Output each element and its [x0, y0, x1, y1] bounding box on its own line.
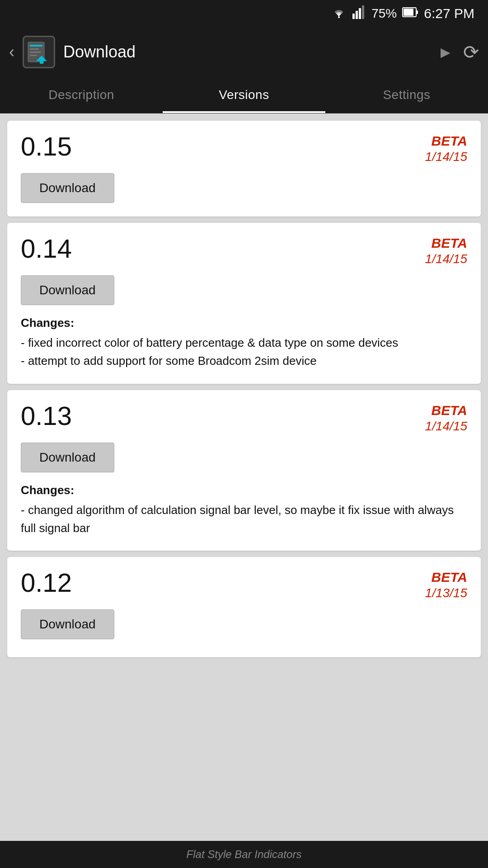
footer: Flat Style Bar Indicators	[0, 841, 488, 868]
svg-rect-6	[416, 10, 418, 14]
version-card-012: 0.12 BETA 1/13/15 Download	[7, 557, 481, 657]
status-icons: 75% 6:27 PM	[331, 5, 474, 22]
version-number-015: 0.15	[21, 133, 72, 160]
changes-text-014: - fixed incorrect color of battery perce…	[21, 334, 467, 370]
back-button[interactable]: ‹	[9, 42, 14, 61]
app-icon	[23, 36, 55, 68]
card-header-014: 0.14 BETA 1/14/15	[21, 236, 467, 266]
signal-icon	[352, 5, 366, 22]
svg-rect-2	[356, 11, 358, 19]
battery-percentage: 75%	[371, 6, 397, 21]
changes-title-014: Changes:	[21, 316, 467, 330]
beta-badge-015: BETA	[425, 133, 467, 149]
version-card-014: 0.14 BETA 1/14/15 Download Changes: - fi…	[7, 223, 481, 384]
changes-text-013: - changed algorithm of calculation signa…	[21, 501, 467, 538]
version-meta-013: BETA 1/14/15	[425, 403, 467, 434]
svg-rect-1	[352, 14, 355, 19]
refresh-button[interactable]: ⟳	[463, 41, 479, 63]
footer-text: Flat Style Bar Indicators	[187, 848, 302, 861]
tab-settings[interactable]: Settings	[325, 77, 488, 113]
tabs-bar: Description Versions Settings	[0, 77, 488, 113]
version-number-014: 0.14	[21, 236, 72, 262]
svg-rect-12	[30, 52, 41, 53]
version-meta-015: BETA 1/14/15	[425, 133, 467, 164]
svg-rect-10	[30, 45, 42, 47]
card-header-015: 0.15 BETA 1/14/15	[21, 133, 467, 164]
changes-section-013: Changes: - changed algorithm of calculat…	[21, 483, 467, 538]
time-display: 6:27 PM	[424, 6, 474, 21]
battery-icon	[402, 6, 418, 21]
svg-rect-13	[30, 55, 37, 56]
version-meta-014: BETA 1/14/15	[425, 236, 467, 266]
versions-content: 0.15 BETA 1/14/15 Download 0.14 BETA 1/1…	[0, 113, 488, 841]
version-date-013: 1/14/15	[425, 419, 467, 434]
svg-rect-4	[362, 5, 364, 19]
version-date-014: 1/14/15	[425, 252, 467, 266]
changes-section-014: Changes: - fixed incorrect color of batt…	[21, 316, 467, 370]
version-card-013: 0.13 BETA 1/14/15 Download Changes: - ch…	[7, 390, 481, 551]
version-number-012: 0.12	[21, 570, 72, 596]
version-card-015: 0.15 BETA 1/14/15 Download	[7, 121, 481, 217]
app-bar: ‹ Download ▶ ⟳	[0, 27, 488, 77]
version-meta-012: BETA 1/13/15	[425, 570, 467, 600]
status-bar: 75% 6:27 PM	[0, 0, 488, 27]
svg-rect-11	[30, 48, 39, 50]
dropdown-arrow-icon: ▶	[441, 45, 450, 60]
beta-badge-013: BETA	[425, 403, 467, 418]
download-button-013[interactable]: Download	[21, 443, 114, 472]
version-date-015: 1/14/15	[425, 150, 467, 164]
download-button-015[interactable]: Download	[21, 173, 114, 203]
version-number-013: 0.13	[21, 403, 72, 429]
card-header-013: 0.13 BETA 1/14/15	[21, 403, 467, 434]
svg-rect-7	[404, 9, 413, 16]
svg-point-0	[338, 16, 340, 18]
app-bar-title: Download	[63, 42, 432, 61]
download-button-014[interactable]: Download	[21, 275, 114, 305]
version-date-012: 1/13/15	[425, 586, 467, 600]
wifi-icon	[331, 5, 347, 22]
changes-title-013: Changes:	[21, 483, 467, 497]
beta-badge-012: BETA	[425, 570, 467, 585]
download-button-012[interactable]: Download	[21, 609, 114, 639]
tab-description[interactable]: Description	[0, 77, 163, 113]
beta-badge-014: BETA	[425, 236, 467, 251]
svg-rect-3	[359, 8, 361, 19]
tab-versions[interactable]: Versions	[163, 77, 325, 113]
card-header-012: 0.12 BETA 1/13/15	[21, 570, 467, 600]
